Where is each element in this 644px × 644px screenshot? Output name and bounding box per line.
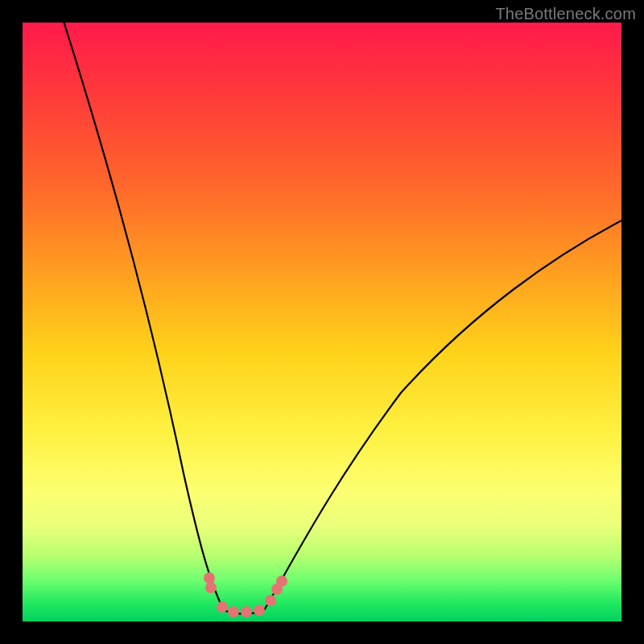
svg-point-8	[276, 576, 287, 587]
curve-svg	[23, 23, 621, 621]
svg-point-6	[265, 595, 276, 606]
svg-point-0	[204, 572, 215, 584]
svg-point-2	[217, 601, 228, 613]
svg-point-5	[254, 605, 265, 616]
svg-point-3	[228, 606, 239, 617]
watermark-text: TheBottleneck.com	[495, 5, 636, 23]
plot-area	[23, 23, 621, 621]
curve-left-branch	[56, 0, 224, 610]
curve-right-branch	[264, 221, 621, 610]
svg-point-1	[205, 582, 217, 593]
svg-point-4	[241, 606, 252, 617]
outer-frame: TheBottleneck.com	[0, 0, 644, 644]
